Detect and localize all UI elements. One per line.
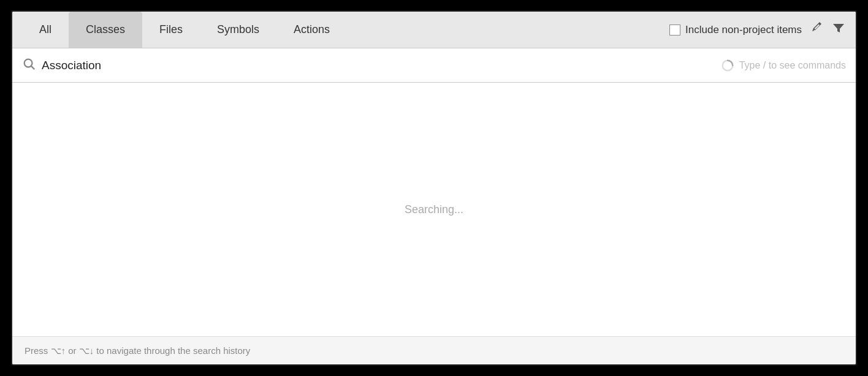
include-non-project-checkbox[interactable] [669, 24, 680, 36]
tab-bar: All Classes Files Symbols Actions Includ… [12, 12, 856, 48]
status-bar-text: Press ⌥↑ or ⌥↓ to navigate through the s… [25, 345, 250, 356]
filter-icon[interactable] [831, 21, 846, 39]
searching-status-text: Searching... [405, 203, 463, 216]
tab-files[interactable]: Files [142, 12, 200, 48]
svg-point-0 [25, 59, 32, 67]
search-input[interactable] [42, 59, 721, 72]
tab-all[interactable]: All [22, 12, 69, 48]
tabs: All Classes Files Symbols Actions [22, 12, 347, 48]
svg-line-1 [31, 66, 34, 69]
search-hint: Type / to see commands [721, 59, 846, 72]
tab-classes[interactable]: Classes [69, 12, 142, 48]
search-bar: Type / to see commands [12, 48, 856, 83]
search-icon [22, 57, 36, 73]
tab-actions[interactable]: Actions [276, 12, 347, 48]
content-area: Searching... [12, 83, 856, 336]
loading-spinner [721, 59, 734, 72]
search-window: All Classes Files Symbols Actions Includ… [11, 10, 857, 366]
include-non-project-label: Include non-project items [685, 24, 802, 36]
pin-icon[interactable] [809, 21, 824, 39]
status-bar: Press ⌥↑ or ⌥↓ to navigate through the s… [12, 336, 856, 364]
tab-symbols[interactable]: Symbols [200, 12, 276, 48]
include-non-project-toggle[interactable]: Include non-project items [669, 24, 802, 36]
tab-right-controls: Include non-project items [669, 21, 846, 39]
